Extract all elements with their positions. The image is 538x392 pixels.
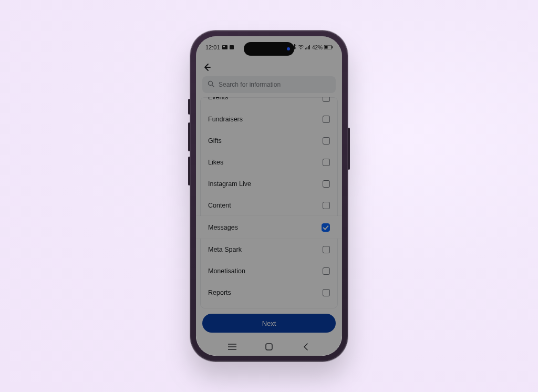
list-item-label: Gifts xyxy=(208,137,222,145)
list-item[interactable]: Saved xyxy=(201,303,337,308)
list-item[interactable]: Meta Spark xyxy=(201,239,337,260)
list-card: Events Fundraisers Gifts Likes xyxy=(200,97,338,308)
svg-rect-2 xyxy=(230,45,234,49)
svg-rect-7 xyxy=(309,45,310,49)
home-button[interactable] xyxy=(263,343,275,351)
list-item[interactable]: Gifts xyxy=(201,130,337,151)
list-item-label: Meta Spark xyxy=(208,246,242,253)
checkbox-unchecked-icon[interactable] xyxy=(323,202,330,209)
next-button[interactable]: Next xyxy=(202,314,336,333)
svg-line-12 xyxy=(212,85,214,87)
options-list[interactable]: Events Fundraisers Gifts Likes xyxy=(196,97,342,308)
camera-indicator-icon xyxy=(287,47,290,50)
list-item-label: Events xyxy=(208,97,228,101)
svg-rect-4 xyxy=(305,48,306,49)
checkbox-unchecked-icon[interactable] xyxy=(323,159,330,166)
signal-icon xyxy=(305,45,311,50)
status-battery: 42% xyxy=(312,45,323,50)
list-item-label: Reports xyxy=(208,289,231,296)
power-button xyxy=(348,128,350,170)
list-item[interactable]: Reports xyxy=(201,282,337,303)
search-container: Search for information xyxy=(196,76,342,97)
list-item[interactable]: Fundraisers xyxy=(201,108,337,130)
list-item-label: Monetisation xyxy=(208,267,245,275)
recents-button[interactable] xyxy=(226,343,239,350)
dynamic-island xyxy=(244,42,294,56)
list-item-label: Likes xyxy=(208,159,223,166)
android-nav-bar xyxy=(196,338,342,356)
list-item[interactable]: Likes xyxy=(201,151,337,173)
list-item-label: Instagram Live xyxy=(208,180,251,188)
svg-rect-10 xyxy=(332,46,333,48)
search-input[interactable]: Search for information xyxy=(202,76,336,93)
list-item-label: Fundraisers xyxy=(208,116,243,123)
app-content: Search for information Events Fundraiser… xyxy=(196,58,342,356)
checkbox-unchecked-icon[interactable] xyxy=(323,116,330,123)
search-icon xyxy=(208,80,214,89)
checkbox-unchecked-icon[interactable] xyxy=(323,246,330,253)
checkbox-unchecked-icon[interactable] xyxy=(323,289,330,296)
phone-frame: 12:01 xyxy=(190,30,348,362)
next-button-label: Next xyxy=(262,319,276,327)
list-item[interactable]: Events xyxy=(201,98,337,108)
footer: Next xyxy=(196,308,342,338)
list-item-label: Content xyxy=(208,202,231,209)
checkbox-unchecked-icon[interactable] xyxy=(323,137,330,145)
list-item-label: Messages xyxy=(208,224,238,231)
battery-icon xyxy=(324,45,333,50)
wifi-icon xyxy=(298,45,304,50)
svg-rect-9 xyxy=(325,46,328,48)
search-placeholder: Search for information xyxy=(219,81,281,88)
checkbox-unchecked-icon[interactable] xyxy=(323,267,330,275)
list-item[interactable]: Content xyxy=(201,194,337,216)
back-nav-button[interactable] xyxy=(299,343,312,350)
phone-mockup: 12:01 xyxy=(190,30,348,362)
status-time: 12:01 xyxy=(205,44,220,50)
top-bar xyxy=(196,58,342,76)
checkbox-unchecked-icon[interactable] xyxy=(323,180,330,188)
back-button[interactable] xyxy=(202,63,212,72)
screen: 12:01 xyxy=(196,36,342,356)
svg-rect-5 xyxy=(306,47,307,49)
app-icon xyxy=(230,44,234,50)
card-icon xyxy=(222,44,227,50)
list-item[interactable]: Monetisation xyxy=(201,260,337,282)
svg-rect-6 xyxy=(308,46,309,49)
svg-point-3 xyxy=(301,48,302,49)
svg-rect-1 xyxy=(223,46,225,47)
svg-rect-16 xyxy=(266,344,272,350)
list-item-highlighted[interactable]: Messages xyxy=(196,216,342,239)
list-item[interactable]: Instagram Live xyxy=(201,173,337,194)
checkbox-unchecked-icon[interactable] xyxy=(323,97,330,102)
checkbox-checked-icon[interactable] xyxy=(322,223,330,232)
